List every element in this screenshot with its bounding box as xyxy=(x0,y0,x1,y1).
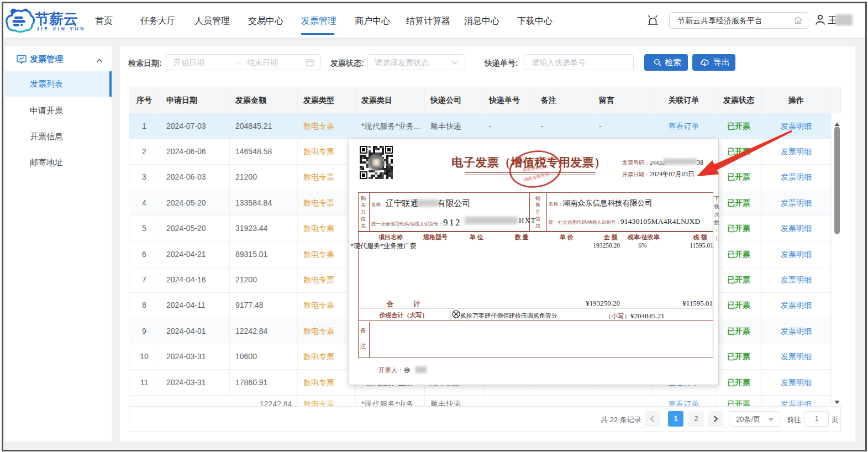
svg-text:湖南省税务局: 湖南省税务局 xyxy=(523,172,550,183)
svg-text:国家税务总局: 国家税务总局 xyxy=(523,164,548,172)
